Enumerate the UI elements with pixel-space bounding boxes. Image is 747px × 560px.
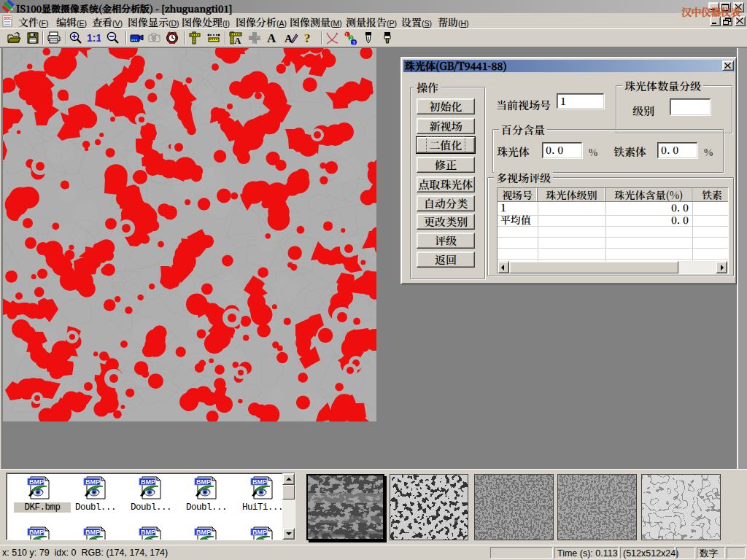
svg-text:0. 0: 0. 0 (671, 212, 689, 227)
svg-text:BMP: BMP (141, 478, 155, 486)
svg-text:?: ? (304, 31, 311, 45)
svg-text:BMP: BMP (252, 478, 267, 486)
svg-text:A: A (267, 31, 276, 45)
svg-text:平均值: 平均值 (500, 212, 531, 227)
svg-text:A: A (234, 35, 241, 45)
svg-text:BMP: BMP (85, 478, 100, 486)
svg-text:BMP: BMP (85, 529, 100, 536)
svg-text:BMP: BMP (252, 529, 267, 536)
svg-text:BMP: BMP (196, 478, 211, 486)
svg-text:BMP: BMP (29, 529, 44, 536)
svg-text:3: 3 (352, 40, 355, 45)
svg-text:BMP: BMP (29, 478, 44, 486)
svg-text:DOC: DOC (4, 16, 12, 20)
svg-text:BMP: BMP (141, 529, 155, 536)
svg-text:1:1: 1:1 (87, 32, 101, 44)
svg-text:BMP: BMP (196, 529, 211, 536)
svg-text:1: 1 (345, 32, 348, 37)
